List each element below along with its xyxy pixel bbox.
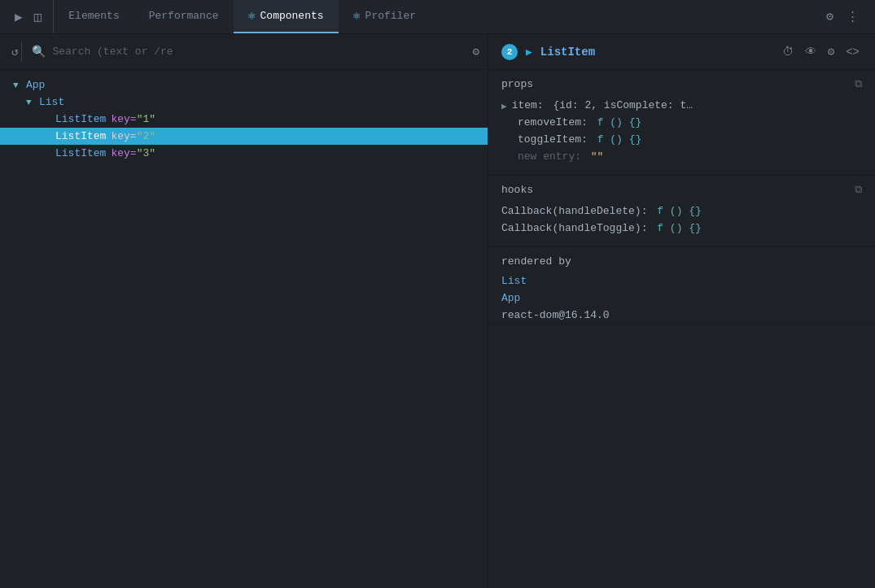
tab-profiler[interactable]: ⚛ Profiler xyxy=(339,0,431,33)
key-attr-listitem-2: key="2" xyxy=(111,130,155,142)
rendered-by-reactdom: react-dom@16.14.0 xyxy=(488,307,875,324)
props-content: ▶ item: {id: 2, isComplete: t… removeIte… xyxy=(488,95,875,175)
tree-item-listitem-1[interactable]: ▶ ListItem key="1" xyxy=(0,111,488,128)
prop-row-toggleitem: toggleItem: f () {} xyxy=(501,131,862,148)
props-label: props xyxy=(501,78,533,90)
rendered-by-content: List App react-dom@16.14.0 xyxy=(488,272,875,324)
component-name-listitem-2: ListItem xyxy=(55,130,106,142)
detail-sections: props ⧉ ▶ item: {id: 2, isComplete: t… r… xyxy=(488,70,875,588)
header-actions: ⏱ 👁 ⚙ <> xyxy=(780,42,862,61)
component-tree: ▼ App ▼ List ▶ ListItem key="1" ▶ ListIt… xyxy=(0,70,488,588)
prop-value-toggleitem: f () {} xyxy=(591,133,641,146)
hooks-section: hooks ⧉ Callback(handleDelete): f () {} … xyxy=(488,176,875,247)
tree-item-list[interactable]: ▼ List xyxy=(0,94,488,111)
rendered-by-app[interactable]: App xyxy=(488,290,875,307)
prop-key-item: item: xyxy=(512,99,544,111)
settings-icon[interactable]: ⚙ xyxy=(821,6,838,28)
prop-value-removeitem: f () {} xyxy=(591,116,641,128)
tab-elements-text: Elements xyxy=(68,10,119,22)
key-attr-listitem-3: key="3" xyxy=(111,147,155,159)
tree-arrow-app: ▼ xyxy=(13,81,23,90)
main-content: ↺ 🔍 ⚙ ▼ App ▼ List ▶ ListItem key="1" xyxy=(0,34,875,588)
rendered-by-label: rendered by xyxy=(501,255,571,268)
hooks-label: hooks xyxy=(501,184,533,196)
selected-component-name: ListItem xyxy=(540,46,772,59)
react-icon-components: ⚛ xyxy=(248,8,256,24)
prop-row-removeitem: removeItem: f () {} xyxy=(501,114,862,131)
hook-value-handletoggle: f () {} xyxy=(650,222,701,234)
prop-arrow-item: ▶ xyxy=(501,101,507,111)
tree-item-listitem-3[interactable]: ▶ ListItem key="3" xyxy=(0,145,488,162)
props-section: props ⧉ ▶ item: {id: 2, isComplete: t… r… xyxy=(488,70,875,176)
hook-row-handletoggle: Callback(handleToggle): f () {} xyxy=(501,220,862,237)
component-name-listitem-3: ListItem xyxy=(55,147,106,159)
tab-performance-text: Performance xyxy=(149,10,219,22)
cursor-icon[interactable]: ▶ xyxy=(11,6,26,28)
left-panel: ↺ 🔍 ⚙ ▼ App ▼ List ▶ ListItem key="1" xyxy=(0,34,488,588)
code-icon[interactable]: <> xyxy=(843,43,862,61)
prop-row-newentry: new entry: "" xyxy=(501,148,862,165)
prop-value-newentry: "" xyxy=(584,150,603,163)
rendered-by-section: rendered by List App react-dom@16.14.0 xyxy=(488,247,875,324)
tab-components[interactable]: ⚛ Components xyxy=(234,0,339,33)
tab-bar: ▶ ◫ Search (text or /re Elements Perform… xyxy=(0,0,875,34)
component-header: 2 ▶ ListItem ⏱ 👁 ⚙ <> xyxy=(488,34,875,70)
component-name-listitem-1: ListItem xyxy=(55,113,106,125)
hooks-section-header: hooks ⧉ xyxy=(488,176,875,201)
props-copy-icon[interactable]: ⧉ xyxy=(855,78,862,90)
tab-profiler-text: Profiler xyxy=(365,10,416,22)
badge-arrow-icon: ▶ xyxy=(526,46,532,59)
eye-icon[interactable]: 👁 xyxy=(803,43,819,61)
tab-components-text: Components xyxy=(260,10,324,22)
component-name-list: List xyxy=(39,96,64,108)
tree-item-app[interactable]: ▼ App xyxy=(0,76,488,94)
hooks-content: Callback(handleDelete): f () {} Callback… xyxy=(488,201,875,246)
hooks-copy-icon[interactable]: ⧉ xyxy=(855,184,862,196)
right-panel: 2 ▶ ListItem ⏱ 👁 ⚙ <> props ⧉ xyxy=(488,34,875,588)
timer-icon[interactable]: ⏱ xyxy=(780,43,796,61)
prop-key-removeitem: removeItem: xyxy=(518,116,588,128)
props-section-header: props ⧉ xyxy=(488,70,875,95)
component-badge: 2 xyxy=(501,44,518,60)
hook-value-handledelete: f () {} xyxy=(650,205,701,217)
search-input[interactable] xyxy=(52,46,466,58)
rendered-by-header: rendered by xyxy=(488,247,875,272)
devtools-mode-icons: ▶ ◫ xyxy=(3,0,54,33)
tree-arrow-list: ▼ xyxy=(26,98,36,107)
search-settings-icon[interactable]: ⚙ xyxy=(473,45,479,59)
component-name-app: App xyxy=(26,79,45,91)
hook-row-handledelete: Callback(handleDelete): f () {} xyxy=(501,203,862,220)
search-bar: ↺ 🔍 ⚙ xyxy=(0,34,488,70)
search-icon: 🔍 xyxy=(32,45,46,59)
prop-key-newentry: new entry: xyxy=(518,150,581,163)
tab-bar-right-actions: ⚙ ⋮ xyxy=(813,6,872,28)
rendered-by-list[interactable]: List xyxy=(488,272,875,290)
component-settings-icon[interactable]: ⚙ xyxy=(825,42,837,61)
prop-key-toggleitem: toggleItem: xyxy=(518,133,588,146)
tree-item-listitem-2[interactable]: ▶ ListItem key="2" xyxy=(0,128,488,145)
cursor-mode-icon[interactable]: ↺ xyxy=(8,41,22,62)
prop-row-item: ▶ item: {id: 2, isComplete: t… xyxy=(501,97,862,114)
tab-elements[interactable]: Search (text or /re Elements xyxy=(54,0,133,33)
prop-value-item: {id: 2, isComplete: t… xyxy=(547,99,693,111)
tab-performance[interactable]: Performance xyxy=(134,0,234,33)
key-attr-listitem-1: key="1" xyxy=(111,113,155,125)
layers-icon[interactable]: ◫ xyxy=(31,6,46,28)
hook-key-handledelete: Callback(handleDelete): xyxy=(501,205,647,217)
react-icon-profiler: ⚛ xyxy=(353,8,361,24)
hook-key-handletoggle: Callback(handleToggle): xyxy=(501,222,647,234)
more-icon[interactable]: ⋮ xyxy=(842,6,864,28)
